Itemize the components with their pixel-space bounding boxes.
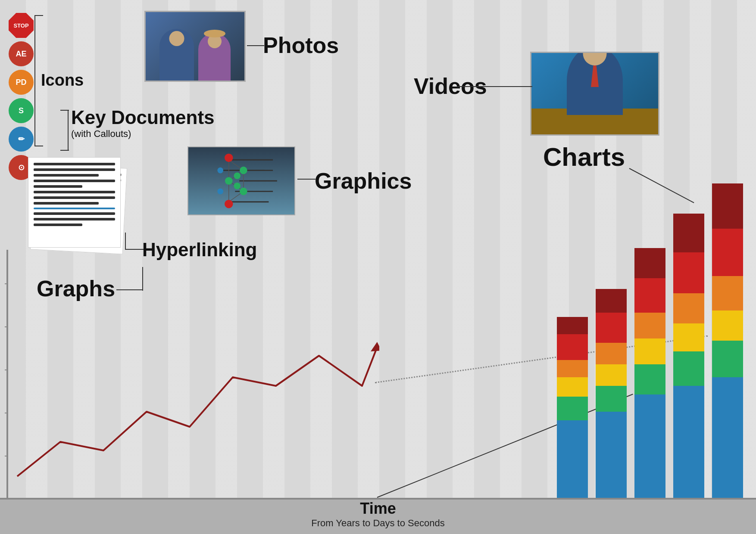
icons-bracket-bottom	[34, 146, 43, 146]
key-documents-title: Key Documents	[71, 107, 215, 128]
hyperlinking-label: Hyperlinking	[142, 239, 257, 261]
y-tick-3	[5, 369, 8, 370]
bar-3-seg-3	[634, 313, 665, 338]
video-tie	[591, 65, 599, 87]
svg-point-19	[217, 168, 223, 174]
bar-5	[712, 183, 743, 498]
bar-2-seg-1	[596, 289, 627, 313]
icons-bracket-line	[34, 15, 35, 146]
bar-5-seg-4	[712, 310, 743, 341]
video-image	[530, 52, 659, 136]
bar-4	[673, 214, 704, 498]
bar-2-seg-5	[596, 386, 627, 412]
time-subtitle: From Years to Days to Seconds	[311, 518, 444, 529]
bar-1-seg-1	[557, 317, 588, 334]
charts-label: Charts	[543, 142, 625, 172]
stop-icon: STOP	[9, 13, 34, 38]
keydocs-bracket-bottom	[60, 150, 69, 151]
bar-4-seg-5	[673, 351, 704, 386]
bar-4-seg-3	[673, 293, 704, 323]
doc-page-front	[28, 157, 121, 248]
bar-2-seg-3	[596, 343, 627, 364]
bar-chart	[557, 239, 743, 498]
bar-2-seg-6	[596, 412, 627, 498]
graphics-image	[187, 146, 295, 215]
svg-point-14	[225, 177, 233, 185]
ae-icon: AE	[9, 41, 34, 66]
icons-column: STOP AE PD S ✏ ⊙	[9, 13, 34, 180]
bar-1-seg-6	[557, 420, 588, 498]
bar-4-seg-2	[673, 252, 704, 293]
bar-5-seg-1	[712, 183, 743, 229]
bar-1-seg-4	[557, 377, 588, 397]
svg-point-16	[240, 188, 247, 196]
bar-4-seg-1	[673, 214, 704, 252]
bar-4-seg-4	[673, 323, 704, 351]
svg-point-18	[234, 183, 241, 189]
bar-3-seg-5	[634, 364, 665, 394]
line-graph-polyline	[17, 347, 377, 476]
doc-hyper-vert-line	[125, 233, 126, 250]
photos-image	[144, 11, 246, 82]
bar-2-seg-4	[596, 364, 627, 386]
bar-2	[596, 289, 627, 498]
y-tick-1	[5, 456, 8, 456]
y-tick-2	[5, 413, 8, 413]
bar-3-seg-2	[634, 278, 665, 313]
bar-3-seg-4	[634, 338, 665, 364]
svg-point-12	[225, 154, 233, 162]
videos-line	[457, 86, 532, 87]
molecule-svg	[188, 147, 294, 214]
svg-point-17	[234, 173, 241, 180]
bar-4-seg-6	[673, 386, 704, 498]
photo-person1	[159, 29, 194, 81]
key-documents-label: Key Documents (with Callouts)	[71, 107, 215, 140]
y-axis-line	[6, 250, 8, 500]
charts-diagonal-line	[629, 168, 694, 203]
main-content: STOP AE PD S ✏ ⊙ Icons Photos Key Docume…	[0, 0, 756, 534]
s-icon: S	[9, 98, 34, 123]
bar-5-seg-5	[712, 341, 743, 377]
video-head	[583, 52, 607, 65]
video-person	[567, 52, 623, 115]
bar-1	[557, 317, 588, 498]
pd-icon: PD	[9, 70, 34, 95]
time-title: Time	[311, 500, 444, 518]
bar-1-seg-2	[557, 334, 588, 360]
svg-point-13	[225, 200, 233, 208]
graphics-label: Graphics	[315, 168, 412, 194]
y-tick-5	[5, 283, 8, 284]
keydocs-bracket-top	[60, 110, 69, 111]
bar-3-seg-6	[634, 394, 665, 498]
bar-5-seg-3	[712, 276, 743, 310]
key-documents-subtitle: (with Callouts)	[71, 128, 215, 140]
graphs-vert-line	[142, 267, 143, 291]
svg-point-20	[217, 189, 223, 195]
bar-3-seg-1	[634, 248, 665, 278]
pen-icon: ✏	[9, 127, 34, 152]
bar-5-seg-6	[712, 377, 743, 498]
bottom-text: Time From Years to Days to Seconds	[311, 500, 444, 529]
photos-label: Photos	[263, 32, 339, 58]
bar-1-seg-5	[557, 397, 588, 420]
graphs-horiz-line	[116, 289, 142, 290]
photo-person2	[198, 33, 231, 81]
y-tick-4	[5, 326, 8, 327]
icons-bracket-top	[34, 15, 43, 16]
bar-2-seg-2	[596, 313, 627, 343]
line-graph-arrow	[371, 342, 379, 351]
graphics-line	[297, 179, 316, 180]
photos-line	[247, 45, 264, 46]
graphs-label: Graphs	[37, 276, 115, 301]
keydocs-bracket	[68, 110, 69, 151]
bar-1-seg-3	[557, 360, 588, 377]
svg-point-15	[240, 167, 247, 174]
bar-3	[634, 248, 665, 498]
icons-label: Icons	[41, 71, 84, 90]
bar-5-seg-2	[712, 229, 743, 276]
